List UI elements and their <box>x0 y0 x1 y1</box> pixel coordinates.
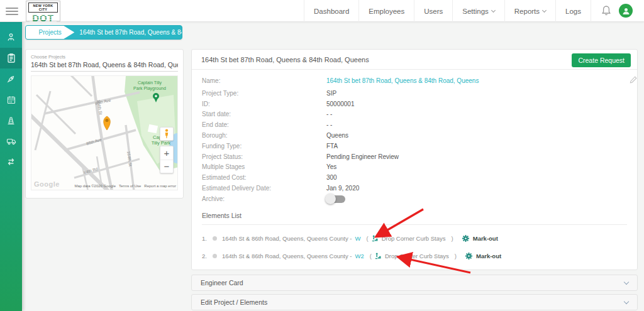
street-label: 86th Ave <box>86 137 103 146</box>
person-location-icon <box>6 33 16 42</box>
nav-dashboard[interactable]: Dashboard <box>304 0 358 22</box>
gear-icon <box>465 252 473 260</box>
project-details-card: 164th St bet 87th Road, Queens & 84th Ro… <box>191 49 638 270</box>
field-value: 50000001 <box>326 101 355 107</box>
sidebar-item-traffic-cone[interactable] <box>0 110 22 131</box>
nav-settings[interactable]: Settings <box>452 0 504 22</box>
field-label: Name: <box>202 77 326 84</box>
element-detail: Drop Corner Curb Stays <box>382 235 446 242</box>
field-label: Funding Type: <box>202 143 326 150</box>
map-attribution: Map data ©2020 Google Terms of Use Repor… <box>75 184 177 188</box>
street-view-pegman[interactable] <box>160 127 174 141</box>
chevron-down-icon <box>542 8 547 12</box>
field-value: 300 <box>326 174 337 181</box>
sidebar-item-vehicles[interactable] <box>0 131 22 151</box>
edit-project-elements-accordion[interactable]: Edit Project / Elements <box>191 294 638 310</box>
mark-out-label[interactable]: Mark-out <box>476 253 501 259</box>
nav-users[interactable]: Users <box>414 0 452 22</box>
details-header: 164th St bet 87th Road, Queens & 84th Ro… <box>192 50 637 70</box>
sidebar-item-projects[interactable] <box>0 48 22 68</box>
left-sidebar <box>0 22 22 311</box>
zoom-in-button[interactable]: + <box>160 146 173 160</box>
field-value: SIP <box>326 90 336 97</box>
accordion-label: Engineer Card <box>201 279 243 286</box>
field-value: - - <box>326 111 332 117</box>
gear-icon <box>462 234 470 243</box>
field-label: Estimated Delivery Date: <box>202 185 326 192</box>
user-avatar[interactable] <box>619 4 633 18</box>
chevron-down-icon <box>491 8 496 12</box>
nyc-dot-logo: NEW YORK CITY DOT <box>26 1 60 21</box>
sidebar-item-rocket[interactable] <box>0 68 22 89</box>
project-marker-icon <box>104 116 111 130</box>
paren: ( <box>366 235 368 242</box>
paren: ( <box>370 253 372 259</box>
element-code-link[interactable]: W2 <box>355 253 364 259</box>
logo-text-dot: DOT <box>28 13 58 23</box>
field-label: Borough: <box>202 132 326 139</box>
map-canvas: 164th St 85th Ave 86th Ave 84th Rd 164th… <box>31 76 178 190</box>
park-playground-label: Captain Tilly <box>138 80 162 85</box>
google-map[interactable]: 164th St 85th Ave 86th Ave 84th Rd 164th… <box>31 75 178 190</box>
archive-toggle[interactable] <box>326 195 345 203</box>
nav-employees[interactable]: Employees <box>358 0 414 22</box>
choose-projects-label: Choose Projects <box>31 54 178 60</box>
mark-out-action[interactable] <box>462 234 470 243</box>
engineer-card-accordion[interactable]: Engineer Card <box>191 275 638 291</box>
street-label: 164th St <box>126 151 133 166</box>
element-address: 164th St & 86th Road, Queens, Queens Cou… <box>222 253 352 259</box>
sidebar-item-calendar[interactable] <box>0 89 22 110</box>
field-label: Estimated Cost: <box>202 174 326 181</box>
notifications-bell-icon[interactable] <box>601 5 611 19</box>
zoom-out-button[interactable]: − <box>160 160 173 173</box>
chevron-down-icon <box>624 279 629 284</box>
element-address: 164th St & 86th Road, Queens, Queens Cou… <box>222 235 352 242</box>
field-label: Project Status: <box>202 153 326 160</box>
google-logo: Google <box>34 180 60 188</box>
create-request-button[interactable]: Create Request <box>572 53 631 67</box>
vehicles-icon <box>6 137 16 145</box>
logo-text-top: NEW YORK CITY <box>28 3 58 13</box>
sidebar-item-person-location[interactable] <box>0 27 22 48</box>
sidebar-item-transfer[interactable] <box>0 151 22 172</box>
street-label: 85th Ave <box>95 97 111 106</box>
rocket-icon <box>6 74 16 84</box>
curb-ramp-icon <box>375 253 382 259</box>
transfer-icon <box>6 158 16 166</box>
traffic-cone-icon <box>6 116 16 125</box>
breadcrumb-projects[interactable]: Projects <box>26 26 74 39</box>
element-row: 1. 164th St & 86th Road, Queens, Queens … <box>202 234 627 243</box>
field-label: Multiple Stages <box>202 163 326 170</box>
field-value: Queens <box>326 132 348 139</box>
nav-reports[interactable]: Reports <box>504 0 555 22</box>
park-label: Tilly Park <box>152 140 171 146</box>
choose-projects-select[interactable]: 164th St bet 87th Road, Queens & 84th Ro… <box>31 60 178 72</box>
calendar-icon <box>7 95 16 104</box>
project-name-link[interactable]: 164th St bet 87th Road, Queens & 84th Ro… <box>326 77 479 84</box>
field-label: Start date: <box>202 111 326 117</box>
hamburger-menu-icon[interactable] <box>6 6 18 16</box>
field-label: Project Type: <box>202 90 326 97</box>
mark-out-action[interactable] <box>465 252 473 260</box>
map-data-text: Map data ©2020 Google <box>75 184 116 188</box>
field-value: FTA <box>326 143 338 150</box>
field-value: Yes <box>326 163 336 170</box>
field-value: - - <box>326 121 332 128</box>
report-error-link[interactable]: Report a map error <box>144 184 176 188</box>
breadcrumb: Projects 164th St bet 87th Road, Queens … <box>25 25 182 40</box>
terms-link[interactable]: Terms of Use <box>119 184 141 188</box>
top-header: NEW YORK CITY DOT Dashboard Employees Us… <box>0 0 644 22</box>
field-value: Jan 9, 2020 <box>326 185 359 192</box>
element-code-link[interactable]: W <box>355 235 361 242</box>
edit-pencil-icon[interactable] <box>630 75 637 86</box>
field-rows: Name:164th St bet 87th Road, Queens & 84… <box>192 70 637 204</box>
nav-logs[interactable]: Logs <box>555 0 591 22</box>
field-label: Archive: <box>202 195 326 202</box>
elements-list-title: Elements List <box>202 212 627 225</box>
paren: ) <box>452 235 453 242</box>
project-picker-card: Choose Projects 164th St bet 87th Road, … <box>25 49 184 199</box>
element-index: 1. <box>202 235 209 242</box>
mark-out-label[interactable]: Mark-out <box>473 235 498 242</box>
paren: ) <box>455 253 457 259</box>
park-playground-label: Park Playground <box>133 86 166 91</box>
